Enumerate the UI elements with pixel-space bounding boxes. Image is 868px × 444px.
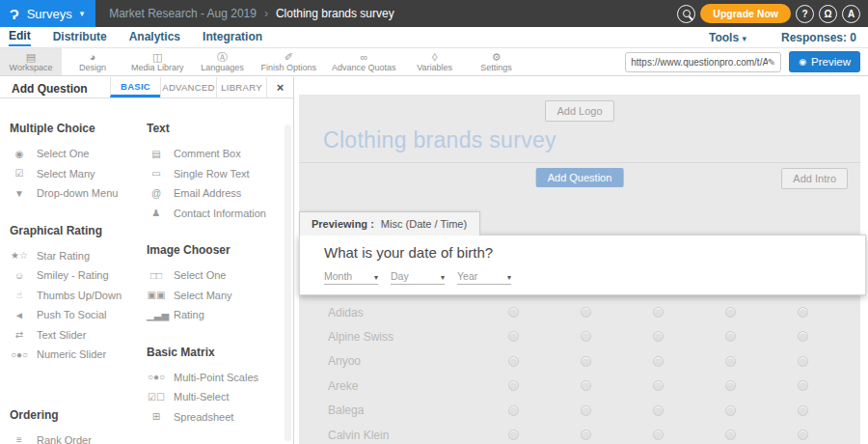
matrix-radio[interactable] (653, 380, 664, 391)
matrix-radio[interactable] (508, 331, 519, 342)
qtype-image-rating[interactable]: ▁▃▅ Rating (147, 305, 293, 325)
rank-order-icon: ≡ (10, 434, 29, 444)
matrix-radio[interactable] (653, 405, 664, 416)
tool-settings[interactable]: ⚙ Settings (466, 48, 528, 75)
add-intro-button[interactable]: Add Intro (781, 168, 848, 189)
breadcrumb-survey-name[interactable]: Clothing brands survey (276, 7, 394, 20)
qtype-thumbs-up-down[interactable]: ☝ Thumbs Up/Down (10, 286, 135, 306)
qtype-star-rating[interactable]: ★☆ Star Rating (10, 246, 135, 266)
nav-tab-distribute[interactable]: Distribute (53, 29, 107, 45)
qtype-numeric-slider[interactable]: ○●○ Numeric Slider (10, 345, 135, 365)
qtype-dropdown-menu[interactable]: ▼ Drop-down Menu (10, 183, 135, 204)
search-button[interactable] (677, 5, 695, 23)
qtype-multi-point-scales[interactable]: ○●○ Multi-Point Scales (147, 368, 293, 388)
matrix-radio[interactable] (653, 307, 664, 318)
matrix-radio[interactable] (653, 430, 664, 440)
preview-panel: What is your date of birth? Month ▾ Day … (299, 235, 866, 295)
matrix-radio[interactable] (581, 380, 591, 391)
tool-finish-options[interactable]: ✐ Finish Options (254, 48, 325, 75)
main-nav: Edit Distribute Analytics Integration To… (0, 27, 868, 47)
question-preview-popup: Previewing : Misc (Date / Time) What is … (299, 211, 866, 295)
spreadsheet-icon: ⊞ (147, 411, 166, 422)
add-question-button[interactable]: Add Question (536, 168, 624, 187)
qtype-single-row-text[interactable]: ▭ Single Row Text (147, 164, 293, 184)
matrix-row: Calvin Klein (299, 423, 860, 444)
responses-count[interactable]: Responses: 0 (781, 31, 856, 44)
matrix-radio[interactable] (581, 331, 591, 342)
qtype-image-select-many[interactable]: ▣▣ Select Many (147, 286, 293, 306)
qtype-smiley-rating[interactable]: ☺ Smiley - Rating (10, 265, 135, 286)
qtype-email-address[interactable]: @ Email Address (147, 183, 293, 204)
account-avatar[interactable]: A (842, 5, 860, 23)
add-logo-button[interactable]: Add Logo (545, 100, 613, 122)
chevron-down-icon: ▾ (374, 273, 378, 282)
matrix-radio[interactable] (653, 331, 664, 342)
qtype-comment-box[interactable]: ▤ Comment Box (147, 144, 293, 164)
day-select[interactable]: Day ▾ (391, 270, 445, 285)
qtype-select-many[interactable]: ☑ Select Many (10, 164, 135, 184)
matrix-row-label: Areke (328, 379, 358, 393)
year-select[interactable]: Year ▾ (457, 270, 511, 285)
tool-workspace[interactable]: ▤ Workspace (0, 48, 62, 75)
matrix-radio[interactable] (508, 380, 519, 391)
panel-scrollbar[interactable] (285, 125, 291, 441)
tool-advance-quotas[interactable]: ∞ Advance Quotas (324, 48, 404, 75)
month-select[interactable]: Month ▾ (324, 270, 378, 285)
product-switcher[interactable]: Ɂ Surveys ▾ (0, 0, 95, 27)
matrix-radio[interactable] (508, 356, 519, 367)
matrix-radio[interactable] (508, 307, 519, 318)
tab-advanced[interactable]: ADVANCED (160, 77, 216, 97)
nav-tab-analytics[interactable]: Analytics (129, 29, 180, 45)
help-button[interactable]: ? (796, 5, 814, 23)
survey-title[interactable]: Clothing brands survey (323, 127, 860, 153)
survey-url-input[interactable] (631, 57, 768, 68)
matrix-radio[interactable] (581, 405, 591, 416)
matrix-radio[interactable] (725, 356, 736, 367)
qtype-spreadsheet[interactable]: ⊞ Spreadsheet (147, 407, 293, 428)
tool-media-library[interactable]: ◫ Media Library (123, 48, 192, 75)
qtype-push-to-social[interactable]: ◄ Push To Social (10, 305, 135, 325)
edit-url-icon[interactable]: ✎ (768, 57, 775, 68)
tool-languages[interactable]: Ⓐ Languages (192, 48, 254, 75)
matrix-radio[interactable] (798, 356, 808, 367)
matrix-radio[interactable] (508, 405, 519, 416)
panel-body: Multiple Choice ◉ Select One ☑ Select Ma… (0, 99, 293, 444)
matrix-radio[interactable] (725, 430, 736, 440)
qtype-multi-select[interactable]: ☑☐ Multi-Select (147, 387, 293, 407)
matrix-radio[interactable] (725, 331, 736, 342)
matrix-radio[interactable] (581, 430, 591, 440)
languages-icon: Ⓐ (217, 51, 228, 63)
matrix-radio[interactable] (725, 307, 736, 318)
tool-variables[interactable]: ◊ Variables (404, 48, 466, 75)
preview-tab-prefix: Previewing : (312, 218, 374, 230)
matrix-radio[interactable] (581, 307, 591, 318)
nav-tab-edit[interactable]: Edit (9, 28, 31, 46)
qtype-image-select-one[interactable]: □□ Select One (147, 265, 293, 286)
matrix-radio[interactable] (653, 356, 664, 367)
tools-menu[interactable]: Tools ▾ (709, 31, 746, 44)
matrix-radio[interactable] (508, 430, 519, 440)
matrix-row: Anyoo (299, 349, 860, 374)
matrix-radio[interactable] (798, 405, 808, 416)
matrix-radio[interactable] (798, 331, 808, 342)
qtype-text-slider[interactable]: ⇄ Text Slider (10, 325, 135, 346)
qtype-select-one[interactable]: ◉ Select One (10, 144, 135, 164)
tool-design[interactable]: ◕ Design (62, 48, 123, 75)
matrix-radio[interactable] (725, 380, 736, 391)
qtype-rank-order[interactable]: ≡ Rank Order (10, 430, 135, 444)
tab-basic[interactable]: BASIC (110, 77, 160, 97)
matrix-radio[interactable] (798, 380, 808, 391)
text-slider-icon: ⇄ (10, 329, 29, 340)
matrix-radio[interactable] (725, 405, 736, 416)
notifications-button[interactable]: Ω (819, 5, 837, 23)
matrix-radio[interactable] (798, 307, 808, 318)
close-panel-button[interactable]: × (266, 77, 293, 97)
preview-button[interactable]: ◉ Preview (789, 51, 860, 72)
matrix-radio[interactable] (798, 430, 808, 440)
upgrade-now-button[interactable]: Upgrade Now (700, 4, 791, 23)
matrix-radio[interactable] (581, 356, 591, 367)
tab-library[interactable]: LIBRARY (216, 77, 266, 97)
breadcrumb-folder[interactable]: Market Research - Aug 2019 (109, 7, 257, 20)
nav-tab-integration[interactable]: Integration (203, 29, 262, 45)
qtype-contact-information[interactable]: ♟ Contact Information (147, 204, 293, 224)
